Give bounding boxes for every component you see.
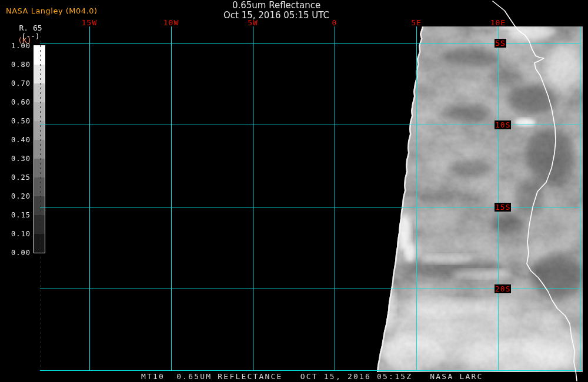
satellite-viewer: NASA Langley (M04.0) 0.65um Reflectance … <box>0 0 588 382</box>
title-product: 0.65um Reflectance <box>100 1 453 11</box>
satellite-image <box>0 0 588 382</box>
lat-label: 15S <box>495 203 511 212</box>
colorbar-units: (--) <box>12 32 49 41</box>
colorbar-tick: 1.00 <box>0 42 31 49</box>
satellite-scan-region <box>353 20 588 377</box>
footer-caption: MT10 0.65UM REFLECTANCE OCT 15, 2016 05:… <box>141 372 483 381</box>
colorbar-tick: 0.25 <box>0 173 31 181</box>
colorbar-tick: 0.70 <box>0 79 31 87</box>
colorbar-tick: 0.60 <box>0 98 31 106</box>
colorbar-tick: 0.80 <box>0 61 31 68</box>
colorbar-tick: 0.00 <box>0 249 31 256</box>
source-label: NASA Langley (M04.0) <box>6 6 98 15</box>
lat-label: 10S <box>495 120 511 129</box>
colorbar-tick: 0.10 <box>0 230 31 237</box>
lat-label: 20S <box>495 284 511 293</box>
lon-label: 10E <box>480 18 516 27</box>
title-datetime: Oct 15, 2016 05:15 UTC <box>100 11 453 21</box>
colorbar-tick: 0.50 <box>0 117 31 125</box>
colorbar-tick: 0.30 <box>0 155 31 162</box>
colorbar-tick: 0.40 <box>0 136 31 143</box>
lat-label: 5S <box>495 39 506 48</box>
colorbar-tick: 0.20 <box>0 192 31 200</box>
page-title: 0.65um Reflectance Oct 15, 2016 05:15 UT… <box>100 1 453 21</box>
colorbar-name: R. 65 <box>12 24 49 32</box>
colorbar-tick: 0.15 <box>0 211 31 219</box>
